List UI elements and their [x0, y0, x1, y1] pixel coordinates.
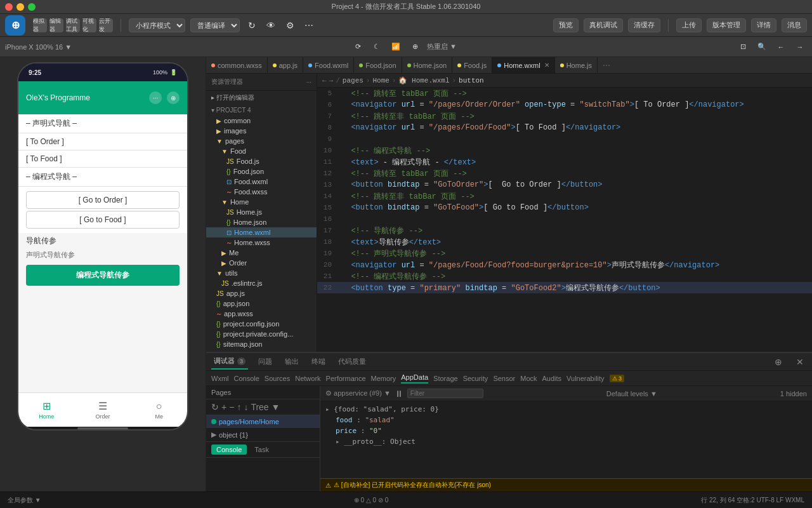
- subtab-console[interactable]: Console: [234, 375, 259, 382]
- subtab-audits[interactable]: Audits: [542, 375, 562, 382]
- nav-forward-button[interactable]: →: [793, 40, 807, 54]
- zoom-button[interactable]: ⊕: [408, 40, 422, 54]
- wifi-button[interactable]: 📶: [389, 40, 403, 54]
- task-tab-btn[interactable]: Task: [249, 444, 274, 455]
- phone-programmatic-nav-btn[interactable]: 编程式导航传参: [26, 265, 180, 286]
- tab-debugger[interactable]: 调试器 3: [211, 354, 248, 370]
- folder-utils[interactable]: ▼ utils: [206, 268, 317, 278]
- phone-tab-me[interactable]: ○ Me: [131, 401, 187, 420]
- subtab-security[interactable]: Security: [463, 375, 488, 382]
- tab-terminal[interactable]: 终端: [309, 354, 328, 369]
- folder-home[interactable]: ▼ Home: [206, 197, 317, 207]
- subtab-appdata[interactable]: AppData: [401, 373, 428, 384]
- subtab-storage[interactable]: Storage: [433, 375, 458, 382]
- phone-nav-item-1[interactable]: [ To Order ]: [18, 133, 187, 150]
- maximize-button[interactable]: [28, 3, 36, 11]
- subtab-memory[interactable]: Memory: [371, 375, 396, 382]
- subtab-network[interactable]: Network: [295, 375, 320, 382]
- folder-images[interactable]: ▶ images: [206, 126, 317, 136]
- messages-btn[interactable]: 消息: [782, 18, 807, 32]
- pages-item-home[interactable]: pages/Home/Home: [206, 415, 320, 428]
- remove-appdata-icon[interactable]: −: [229, 402, 234, 412]
- status-left[interactable]: 全局参数 ▼: [8, 496, 41, 505]
- tab-home-js[interactable]: Home.js: [555, 57, 598, 73]
- tab-app-js[interactable]: app.js: [268, 57, 303, 73]
- search-button[interactable]: 🔍: [755, 40, 769, 54]
- breadcrumb-nav-back[interactable]: ←: [322, 77, 327, 84]
- tab-food-wxml[interactable]: Food.wxml: [303, 57, 354, 73]
- refresh-button[interactable]: ↻: [245, 18, 259, 32]
- file-app-wxss[interactable]: ∼ app.wxss: [206, 309, 317, 319]
- more-button[interactable]: ⋯: [302, 18, 316, 32]
- phone-menu-icon[interactable]: ···: [149, 91, 162, 104]
- subtab-wxml[interactable]: Wxml: [211, 375, 229, 382]
- nav-down-icon[interactable]: ↓: [244, 402, 248, 412]
- phone-nav-item-2[interactable]: [ To Food ]: [18, 150, 187, 168]
- file-app-js[interactable]: JS app.js: [206, 288, 317, 298]
- nav-back-button[interactable]: ←: [774, 40, 788, 54]
- preview-btn[interactable]: 预览: [553, 18, 579, 32]
- file-food-wxss[interactable]: ∼ Food.wxss: [206, 187, 317, 197]
- tab-home-wxml[interactable]: Home.wxml ✕: [492, 57, 554, 73]
- file-food-json[interactable]: {} Food.json: [206, 166, 317, 177]
- compile-select[interactable]: 普通编译: [190, 18, 240, 32]
- breadcrumb-button[interactable]: button: [459, 77, 484, 84]
- folder-food[interactable]: ▼ Food: [206, 146, 317, 156]
- appservice-select[interactable]: ⚙ appservice (#9) ▼: [325, 389, 391, 398]
- subtab-vulnerability[interactable]: Vulnerability: [566, 375, 605, 382]
- file-project-private-config[interactable]: {} project.private.config...: [206, 329, 317, 339]
- subtab-sources[interactable]: Sources: [265, 375, 290, 382]
- filter-input[interactable]: [407, 389, 483, 398]
- cloud-button[interactable]: 云开发: [99, 18, 113, 32]
- console-tab-btn[interactable]: Console: [211, 444, 247, 455]
- file-food-js[interactable]: JS Food.js: [206, 156, 317, 166]
- debugger-button[interactable]: 调试工具: [66, 18, 80, 32]
- file-home-wxml[interactable]: ⊡ Home.wxml: [206, 227, 317, 237]
- tab-code-quality[interactable]: 代码质量: [336, 354, 369, 369]
- tab-food-json[interactable]: Food.json: [354, 57, 402, 73]
- file-app-json[interactable]: {} app.json: [206, 298, 317, 309]
- visualize-button[interactable]: 可视化: [82, 18, 96, 32]
- nav-up-icon[interactable]: ↑: [237, 402, 241, 412]
- more-tabs-button[interactable]: ⋯: [598, 57, 615, 73]
- file-project-config-json[interactable]: {} project.config.json: [206, 319, 317, 329]
- expand-panel-button[interactable]: ⊕: [771, 355, 785, 369]
- phone-goto-order-btn[interactable]: [ Go to Order ]: [26, 191, 180, 209]
- upload-btn[interactable]: 上传: [676, 18, 702, 32]
- simulator-button[interactable]: 模拟器: [33, 18, 47, 32]
- code-editor[interactable]: ← → / pages › Home › 🏠 Home.wxml › butto…: [317, 74, 812, 352]
- default-levels-select[interactable]: Default levels ▼: [606, 390, 657, 398]
- tab-food-js[interactable]: Food.js: [452, 57, 492, 73]
- folder-common[interactable]: ▶ common: [206, 116, 317, 126]
- file-eslintrc-js[interactable]: JS .eslintrc.js: [206, 278, 317, 288]
- mode-select[interactable]: 小程序模式: [129, 18, 185, 32]
- breadcrumb-pages[interactable]: pages: [343, 77, 363, 84]
- file-home-js[interactable]: JS Home.js: [206, 207, 317, 217]
- close-tab-home-wxml[interactable]: ✕: [544, 62, 549, 69]
- phone-model-label[interactable]: iPhone X 100% 16 ▼: [5, 43, 72, 51]
- subtab-mock[interactable]: Mock: [520, 375, 537, 382]
- file-sitemap-json[interactable]: {} sitemap.json: [206, 339, 317, 349]
- phone-goto-food-btn[interactable]: [ Go to Food ]: [26, 211, 180, 229]
- dark-mode-button[interactable]: ☾: [370, 40, 384, 54]
- pause-icon[interactable]: ⏸: [395, 389, 403, 399]
- phone-more-icon[interactable]: ⊕: [167, 91, 180, 104]
- folder-order[interactable]: ▶ Order: [206, 258, 317, 268]
- clear-cache-btn[interactable]: 清缓存: [628, 18, 660, 32]
- add-appdata-icon[interactable]: +: [221, 402, 226, 412]
- subtab-sensor[interactable]: Sensor: [493, 375, 515, 382]
- refresh-appdata-icon[interactable]: ↻: [211, 402, 219, 412]
- settings-button[interactable]: ⚙: [283, 18, 297, 32]
- breadcrumb-nav-forward[interactable]: →: [329, 77, 334, 84]
- tab-problems[interactable]: 问题: [256, 354, 275, 369]
- tab-common-wxss[interactable]: common.wxss: [206, 57, 268, 73]
- phone-tab-order[interactable]: ☰ Order: [75, 400, 131, 420]
- version-mgmt-btn[interactable]: 版本管理: [707, 18, 746, 32]
- tab-output[interactable]: 输出: [282, 354, 301, 369]
- close-button[interactable]: [5, 3, 13, 11]
- folder-me[interactable]: ▶ Me: [206, 248, 317, 258]
- editor-button[interactable]: 编辑器: [49, 18, 63, 32]
- hot-reload-label[interactable]: 热重启 ▼: [427, 42, 457, 51]
- folder-pages[interactable]: ▼ pages: [206, 136, 317, 146]
- preview-eye-button[interactable]: 👁: [264, 18, 278, 32]
